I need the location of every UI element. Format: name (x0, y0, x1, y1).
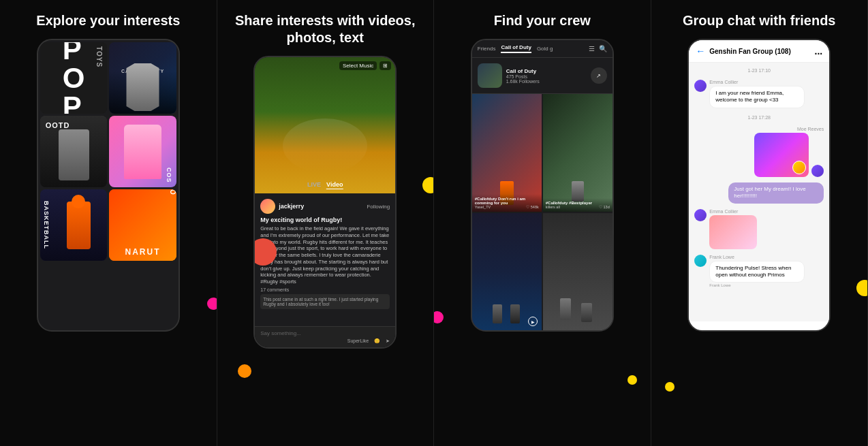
post-cell-3[interactable]: ▶ (472, 213, 542, 331)
decorative-dot-yellow-1 (422, 177, 434, 193)
decorative-dot-pink-1 (207, 298, 217, 310)
interest-cell-pop[interactable]: P O P TOYS (40, 42, 108, 114)
tab-live[interactable]: LIVE (307, 181, 321, 189)
chat-msg-1: Emma Collier I am your new friend Emma, … (709, 80, 805, 108)
live-video-tabs: LIVE Video (307, 181, 343, 189)
panel-1-title: Explore your interests (36, 12, 180, 29)
expand-btn[interactable]: ⊞ (379, 61, 391, 70)
phone-mockup-1: P O P TOYS CALL OF DUTY MW3 (37, 39, 180, 332)
ootd-bg: OOTD (40, 116, 108, 187)
tabs-icons: ☰ 🔍 (589, 45, 607, 52)
search-icon[interactable]: 🔍 (599, 45, 607, 52)
post-cell-4[interactable] (543, 213, 613, 331)
post-1-likes: ♡ 548k (526, 205, 539, 209)
msg-3-bubble: Just got her My dream!! I love her!!!!!!… (728, 182, 824, 204)
interest-cell-cod[interactable]: CALL OF DUTY MW3 (109, 42, 176, 114)
interests-grid: P O P TOYS CALL OF DUTY MW3 (38, 40, 179, 330)
tab-call-of-duty[interactable]: Call of Duty (501, 44, 531, 53)
msg-2-row (754, 133, 824, 177)
cosplay-bg: COS (109, 116, 176, 187)
more-button[interactable]: ... (815, 46, 823, 57)
channel-posts: 475 Posts (506, 74, 587, 79)
interest-cell-cosplay[interactable]: COS (109, 116, 176, 187)
interest-cell-basketball[interactable]: BASKETBALL (40, 189, 108, 261)
cod-soldier-silhouette (123, 63, 164, 111)
post-cell-2[interactable]: #Callofduty #Bestplayer killers all ♡ 13… (543, 94, 613, 212)
send-btn[interactable]: ➤ (386, 338, 390, 344)
tab-gold[interactable]: Gold g (537, 46, 553, 52)
msg-5-sender: Frank Lowe (709, 255, 734, 259)
phone-mockup-2: Select Music ⊞ LIVE Video jackjerry Foll… (253, 56, 397, 349)
basketball-player (50, 202, 108, 249)
post-4-bg (543, 213, 613, 331)
channel-actions: ↗ (591, 67, 607, 84)
panel-share: Share interests with videos, photos, tex… (217, 0, 435, 446)
channel-info: Call of Duty 475 Posts 1.68k Followers (506, 68, 587, 84)
post-3-bg (472, 213, 542, 331)
reply-box: Say something... SuperLike 😊 ➤ (255, 326, 395, 347)
post-3-play: ▶ (528, 317, 538, 326)
post-2-meta: killers all ♡ 13d (546, 205, 610, 209)
chat-header: ← Genshin Fan Group (108) ... (689, 40, 829, 63)
msg-1-bubble: I am your new friend Emma, welcome to th… (709, 86, 805, 108)
play-icon: ▶ (531, 319, 535, 324)
post-2-overlay: #Callofduty #Bestplayer killers all ♡ 13… (543, 198, 613, 212)
chat-msg-4: Emma Collier (709, 209, 757, 249)
ootd-label: OOTD (46, 121, 70, 129)
pop-letter-p2: P (63, 93, 82, 114)
post-3-figure-1 (493, 304, 502, 323)
interest-cell-naruto[interactable]: NARUT O (109, 189, 176, 261)
interest-cell-ootd[interactable]: OOTD (40, 116, 108, 187)
moe-avatar (811, 165, 824, 177)
decorative-dot-orange-1 (238, 364, 251, 378)
pop-letter-p: P (63, 42, 82, 64)
post-cell-1[interactable]: #Callofduty Don't run i am comming for y… (472, 94, 542, 212)
post-title: My exciting world of Rugby! (260, 217, 390, 223)
msg-1-sender: Emma Collier (709, 80, 738, 84)
post-2-likes: ♡ 13d (599, 205, 610, 209)
decorative-dot-yellow-small (627, 375, 637, 385)
channel-tabs-row: Friends Call of Duty Gold g ☰ 🔍 (472, 40, 613, 58)
back-button[interactable]: ← (696, 46, 705, 57)
cosplay-label: COS (166, 168, 172, 183)
post-comments-count[interactable]: 17 comments (260, 287, 390, 292)
channel-followers: 1.68k Followers (506, 79, 587, 84)
chat-date-1: 1-23 17:10 (694, 68, 824, 73)
tab-friends[interactable]: Friends (478, 46, 496, 52)
post-body: jackjerry Following My exciting world of… (255, 193, 395, 326)
channel-header: Call of Duty 475 Posts 1.68k Followers ↗ (472, 58, 613, 94)
post-1-user: Yasel_TV (475, 205, 491, 209)
post-follow-btn[interactable]: Following (367, 204, 390, 210)
msg-2-thumb (792, 161, 806, 174)
chat-group-name: Genshin Fan Group (108) (709, 48, 810, 55)
decorative-dot-yellow-3 (665, 382, 675, 392)
naruto-o: O (169, 189, 176, 195)
share-btn[interactable]: ↗ (591, 67, 607, 84)
post-user-row: jackjerry Following (260, 199, 390, 214)
post-username[interactable]: jackjerry (279, 203, 304, 210)
frank-avatar (694, 255, 707, 267)
chat-msg-4-row: Emma Collier (694, 209, 824, 249)
list-icon[interactable]: ☰ (589, 45, 595, 52)
posts-grid: #Callofduty Don't run i am comming for y… (472, 94, 613, 330)
post-text: Great to be back in the field again! We … (260, 225, 390, 285)
chat-date-2: 1-23 17:28 (694, 115, 824, 120)
msg-4-sender: Emma Collier (709, 209, 738, 214)
players-area (283, 118, 367, 173)
comment-preview: This post came in at such a right time. … (260, 294, 390, 309)
tab-video[interactable]: Video (326, 181, 343, 189)
emoji-btn[interactable]: 😊 (374, 338, 380, 344)
phone-2-inner: Select Music ⊞ LIVE Video jackjerry Foll… (255, 57, 395, 347)
superlike-btn[interactable]: SuperLike (347, 338, 369, 344)
post-toolbar: Select Music ⊞ (339, 61, 391, 70)
emma-avatar-2 (694, 209, 707, 221)
chat-msg-1-row: Emma Collier I am your new friend Emma, … (694, 80, 824, 108)
chat-msg-3: Just got her My dream!! I love her!!!!!!… (728, 182, 824, 204)
music-select-btn[interactable]: Select Music (339, 61, 377, 70)
emma-avatar (694, 80, 707, 92)
decorative-dot-pink-2 (434, 311, 444, 323)
reply-input[interactable]: Say something... (260, 330, 390, 336)
panel-3-title: Find your crew (494, 12, 591, 29)
phone-3-inner: Friends Call of Duty Gold g ☰ 🔍 Call of … (472, 40, 613, 330)
cosplay-figure (124, 125, 161, 179)
